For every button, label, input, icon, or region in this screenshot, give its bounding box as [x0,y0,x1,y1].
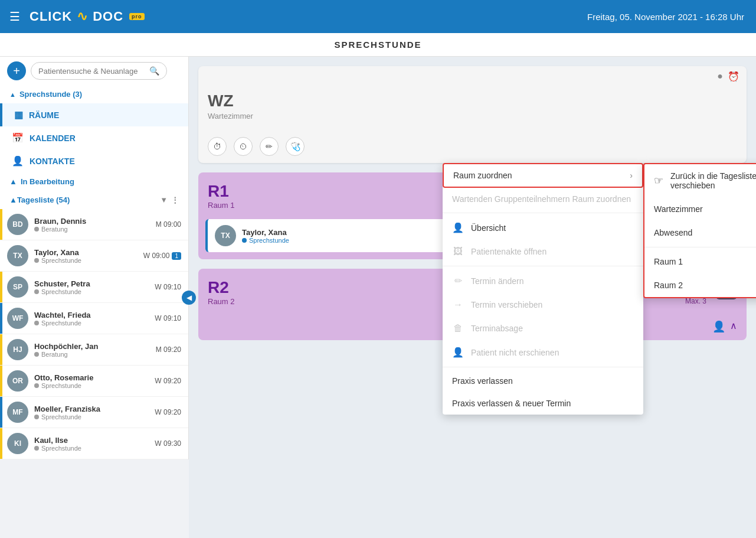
submenu-wartezimmer[interactable]: Wartezimmer [644,197,756,221]
patient-name: Wachtel, Frieda [34,311,150,319]
trash-icon: 🗑 [452,323,464,334]
sidebar-item-kalender[interactable]: 📅 KALENDER [0,126,188,149]
r2-chevron-icon[interactable]: ∧ [730,320,737,333]
kalender-label: KALENDER [30,133,76,143]
submenu-divider [644,247,756,247]
submenu: ☞ Zurück in die Tagesliste verschieben W… [643,163,756,298]
list-item[interactable]: SP Schuster, Petra Sprechstunde W 09:10 [0,272,188,303]
r1-patient-info: Taylor, Xana Sprechstunde [242,228,289,244]
terminabsage-label: Terminabsage [471,324,523,333]
tagesliste-header: ▲ Tagesliste (54) ▼ ⋮ [0,191,188,209]
room-wz-card: ● ⏰ WZ Wartezimmer ⏱ ⏲ ✏ 🩺 [198,66,747,163]
abwesend-label: Abwesend [654,228,692,237]
raum-zuordnen-item[interactable]: Raum zuordnen › [444,164,642,187]
patient-type: Sprechstunde [34,257,139,264]
patient-info: Braun, Dennis Beratung [34,217,151,233]
wz-clock-btn[interactable]: ⏱ [208,137,227,156]
patient-time: W 09:10 [155,314,181,322]
patient-type: Sprechstunde [34,319,150,327]
patient-name: Schuster, Petra [34,279,150,288]
raum-zuordnen-label: Raum zuordnen [453,171,512,180]
submenu-raum1[interactable]: Raum 1 [644,250,756,273]
yellow-indicator [0,428,2,459]
yellow-indicator [0,334,2,365]
r1-patient-name: Taylor, Xana [242,228,289,237]
terminabsage-item: 🗑 Terminabsage [443,317,643,340]
list-item[interactable]: TX Taylor, Xana Sprechstunde W 09:00 1 [0,240,188,272]
submenu-zurueck[interactable]: ☞ Zurück in die Tagesliste verschieben [644,164,756,197]
r2-person-icon[interactable]: 👤 [712,320,725,333]
patient-time: W 09:20 [155,377,181,385]
r2-max: Max. 3 [685,297,706,305]
tagesliste-label: Tagesliste (54) [17,195,160,204]
r1-patient-avatar: TX [215,225,236,246]
filter-icon[interactable]: ▼ [160,195,168,204]
list-item[interactable]: MF Moeller, Franziska Sprechstunde W 09:… [0,397,188,428]
logo-pro-badge: pro [129,13,145,20]
sidebar-item-kontakte[interactable]: 👤 KONTAKTE [0,149,188,172]
person-icon: 👤 [452,222,464,233]
wz-stethoscope-btn[interactable]: 🩺 [286,137,305,156]
patient-time: W 09:20 [155,408,181,416]
more-icon[interactable]: ⋮ [171,195,179,204]
patient-info: Hochpöchler, Jan Beratung [34,342,151,358]
list-item[interactable]: HJ Hochpöchler, Jan Beratung M 09:20 [0,334,188,366]
submenu-abwesend[interactable]: Abwesend [644,221,756,244]
list-item[interactable]: WF Wachtel, Frieda Sprechstunde W 09:10 [0,303,188,334]
sprechstunde-label: Sprechstunde (3) [19,90,82,99]
wartezimmer-label: Wartezimmer [654,204,703,214]
list-item[interactable]: BD Braun, Dennis Beratung M 09:00 [0,209,188,240]
uebersicht-label: Übersicht [471,223,506,233]
wz-timer-btn[interactable]: ⏲ [234,137,253,156]
patient-name: Otto, Rosemarie [34,373,150,382]
avatar: WF [7,308,28,329]
in-bearbeitung-header[interactable]: ▲ In Bearbeitung [0,172,188,191]
raeume-label: RÄUME [29,110,59,120]
file-icon: 🖼 [452,246,464,257]
list-item[interactable]: KI Kaul, Ilse Sprechstunde W 09:30 [0,428,188,459]
patient-time: M 09:20 [156,345,181,354]
patient-type: Sprechstunde [34,382,150,389]
patient-info: Taylor, Xana Sprechstunde [34,248,139,264]
search-input[interactable] [38,67,145,76]
praxis-verlassen-neu-label: Praxis verlassen & neuer Termin [452,399,571,408]
wz-edit-btn[interactable]: ✏ [260,137,279,156]
avatar: BD [7,214,28,235]
sub-header: SPRECHSTUNDE [0,33,756,57]
sidebar-collapse-arrow[interactable]: ◀ [182,291,196,305]
cursor-icon: ☞ [654,174,663,187]
sidebar-item-raeume[interactable]: ▦ RÄUME [0,103,188,126]
patient-type: Sprechstunde [34,445,150,452]
avatar: SP [7,276,28,298]
header: ☰ CLICK∿DOCpro Freitag, 05. November 202… [0,0,756,33]
sidebar: + 🔍 ▲ Sprechstunde (3) ▦ RÄUME 📅 KALENDE… [0,57,189,459]
praxis-verlassen-neu-item[interactable]: Praxis verlassen & neuer Termin [443,392,643,415]
patient-name: Braun, Dennis [34,217,151,226]
patient-info: Wachtel, Frieda Sprechstunde [34,311,150,327]
r1-patient-type-label: Sprechstunde [249,237,289,244]
submenu-raum2[interactable]: Raum 2 [644,273,756,297]
context-menu: Raum zuordnen › Wartenden Gruppenteilneh… [443,163,643,415]
add-patient-button[interactable]: + [7,61,26,80]
sidebar-sprechstunde[interactable]: ▲ Sprechstunde (3) [0,85,188,103]
praxis-verlassen-item[interactable]: Praxis verlassen [443,370,643,392]
patient-info: Kaul, Ilse Sprechstunde [34,436,150,452]
divider-2 [443,266,643,266]
patient-type: Sprechstunde [34,288,150,295]
hamburger-icon[interactable]: ☰ [9,9,20,24]
tagesliste-icons: ▼ ⋮ [160,195,179,204]
contacts-icon: 👤 [12,155,24,167]
type-dot [242,238,247,243]
wz-top-icons: ● ⏰ [198,66,747,82]
blue-indicator [0,397,2,428]
termin-verschieben-label: Termin verschieben [471,300,542,309]
divider-3 [443,367,643,367]
patient-time: W 09:10 [155,283,181,291]
patient-name: Taylor, Xana [34,248,139,257]
zurueck-label: Zurück in die Tagesliste verschieben [670,171,756,190]
uebersicht-item[interactable]: 👤 Übersicht [443,216,643,240]
patient-info: Schuster, Petra Sprechstunde [34,279,150,295]
list-item[interactable]: OR Otto, Rosemarie Sprechstunde W 09:20 [0,366,188,397]
plus-icon: + [13,64,20,78]
wartenden-gruppe-item: Wartenden Gruppenteilnehmern Raum zuordn… [443,188,643,210]
